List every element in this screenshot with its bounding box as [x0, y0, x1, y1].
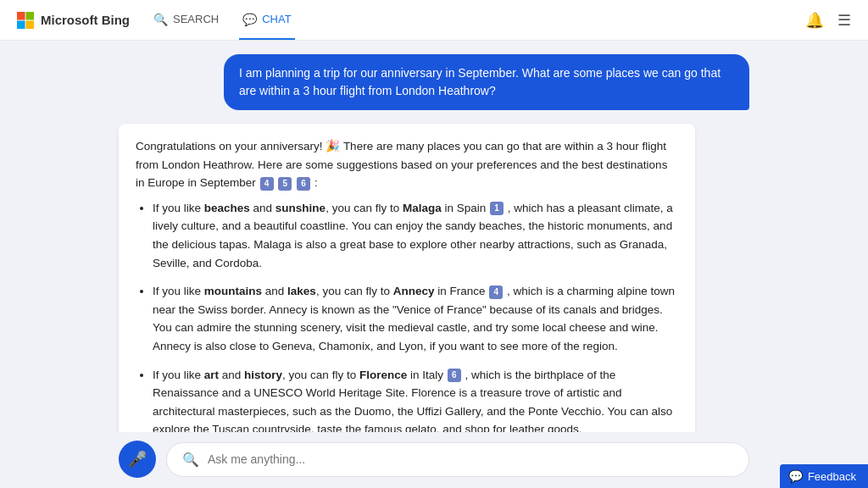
input-area: 🎤 🔍 [0, 432, 868, 488]
list-item-annecy: If you like mountains and lakes, you can… [153, 282, 678, 355]
notification-icon[interactable]: 🔔 [805, 11, 824, 30]
svg-rect-3 [25, 20, 34, 29]
citation-6: 6 [297, 177, 310, 191]
header-left: Microsoft Bing 🔍 SEARCH 💬 CHAT [17, 1, 295, 40]
search-nav-icon: 🔍 [153, 13, 168, 26]
svg-rect-1 [25, 12, 34, 20]
citation-1: 1 [490, 202, 504, 215]
svg-rect-2 [17, 20, 25, 29]
mic-button[interactable]: 🎤 [119, 441, 156, 478]
logo-area: Microsoft Bing [17, 12, 130, 29]
bot-response: Congratulations on your anniversary! 🎉 T… [119, 124, 695, 432]
feedback-button[interactable]: 💬 Feedback [780, 464, 868, 488]
chat-area: I am planning a trip for our anniversary… [0, 41, 868, 432]
citation-6b: 6 [448, 369, 461, 382]
main-area: I am planning a trip for our anniversary… [0, 41, 868, 488]
user-message-text: I am planning a trip for our anniversary… [239, 66, 721, 97]
search-nav-label: SEARCH [173, 13, 219, 25]
feedback-label: Feedback [808, 470, 856, 483]
bot-intro-text: Congratulations on your anniversary! 🎉 T… [136, 137, 678, 192]
feedback-icon: 💬 [788, 469, 803, 483]
input-box: 🔍 [166, 442, 749, 477]
svg-rect-0 [17, 12, 25, 20]
chat-input[interactable] [208, 452, 733, 466]
mic-icon: 🎤 [128, 450, 147, 469]
header-right: 🔔 ☰ [805, 11, 851, 30]
citation-5: 5 [278, 177, 292, 191]
header: Microsoft Bing 🔍 SEARCH 💬 CHAT 🔔 ☰ [0, 0, 868, 41]
nav-bar: 🔍 SEARCH 💬 CHAT [150, 1, 295, 40]
list-item-florence: If you like art and history, you can fly… [153, 366, 678, 432]
logo-text: Microsoft Bing [41, 13, 130, 27]
input-search-icon: 🔍 [182, 452, 199, 468]
search-nav-item[interactable]: 🔍 SEARCH [150, 1, 222, 40]
chat-nav-label: CHAT [262, 13, 291, 25]
chat-nav-item[interactable]: 💬 CHAT [239, 1, 294, 40]
user-message-bubble: I am planning a trip for our anniversary… [224, 54, 749, 110]
citation-4b: 4 [489, 286, 503, 299]
chat-nav-icon: 💬 [242, 13, 257, 26]
suggestions-list: If you like beaches and sunshine, you ca… [136, 199, 678, 432]
list-item-malaga: If you like beaches and sunshine, you ca… [153, 199, 678, 272]
microsoft-logo [17, 12, 34, 29]
menu-icon[interactable]: ☰ [837, 11, 851, 30]
citation-4: 4 [260, 177, 274, 191]
